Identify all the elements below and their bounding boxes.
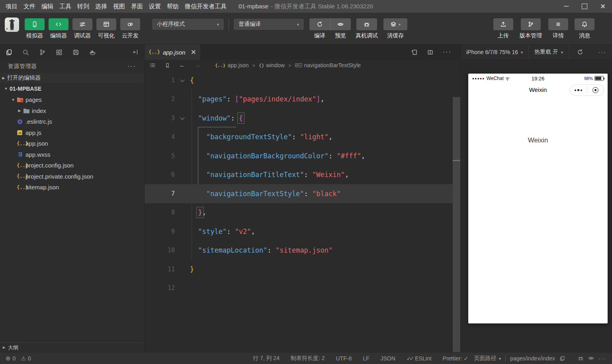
tree-item[interactable]: JSapp.js — [0, 127, 144, 138]
menu-item[interactable]: 工具 — [59, 3, 71, 10]
menu-item[interactable]: 转到 — [77, 3, 89, 10]
tree-item[interactable]: ▼pages — [0, 94, 144, 105]
tool-button-layout[interactable]: 可视化 — [96, 18, 116, 39]
project-root-item[interactable]: ▼ 01-MPBASE — [0, 83, 144, 94]
statusbar-item[interactable]: 制表符长度: 2 — [291, 355, 325, 362]
code-line[interactable]: 9 "style": "v2", — [145, 222, 460, 241]
warnings-icon[interactable]: ⚠ — [21, 355, 26, 362]
tree-item[interactable]: ▶index — [0, 105, 144, 117]
action-bell-button[interactable]: 消息 — [575, 18, 594, 39]
code-line[interactable]: 11} — [145, 260, 460, 279]
code-line[interactable]: 3 "window": { — [145, 109, 460, 128]
code-line[interactable]: 8 }, — [145, 203, 460, 222]
prettier-status[interactable]: Prettier: ✓ — [443, 355, 469, 362]
tool-button-sliders[interactable]: 调试器 — [72, 18, 92, 39]
menu-item[interactable]: 界面 — [131, 3, 143, 10]
statusbar-item[interactable]: UTF-8 — [336, 355, 352, 362]
fold-chevron-icon[interactable] — [175, 79, 190, 82]
menu-item[interactable]: 帮助 — [167, 3, 179, 10]
clear-cache-button[interactable]: ▾清缓存 — [383, 18, 407, 39]
capsule-menu[interactable] — [570, 84, 604, 96]
tool-button-code[interactable]: 编辑器 — [49, 18, 68, 39]
hot-reload-toggle[interactable]: 热重载 开 ▾ — [529, 49, 569, 56]
search-icon[interactable] — [22, 49, 29, 56]
extensions-icon[interactable] — [56, 49, 63, 56]
editor-scrollbar[interactable] — [453, 97, 460, 352]
tool-button-cloud[interactable]: 云开发 — [120, 18, 140, 39]
errors-icon[interactable]: ⊗ — [6, 355, 11, 362]
debug-icon[interactable] — [578, 355, 584, 361]
source-control-icon[interactable] — [39, 49, 46, 56]
minimize-button[interactable]: ─ — [557, 0, 575, 13]
capsule-more-icon[interactable] — [570, 89, 587, 91]
back-icon[interactable]: ← — [179, 62, 186, 69]
phone-screen[interactable]: ●●●●● WeChat 19:26 98% Weixin Weixin — [468, 74, 608, 323]
capsule-close-icon[interactable] — [587, 87, 604, 93]
code-line[interactable]: 7 "navigationBarTextStyle": "black" — [145, 184, 460, 203]
tree-item[interactable]: {..}app.json — [0, 138, 144, 149]
user-avatar[interactable] — [5, 18, 19, 32]
tree-item[interactable]: .eslintrc.js — [0, 116, 144, 127]
menu-item[interactable]: 项目 — [6, 3, 18, 10]
outline-list-icon[interactable] — [149, 62, 156, 68]
mode-select[interactable]: 小程序模式▾ — [152, 19, 224, 30]
code-line[interactable]: 4 "backgroundTextStyle": "light", — [145, 128, 460, 147]
more-actions-icon[interactable]: ··· — [127, 63, 136, 70]
action-upload-button[interactable]: 上传 — [493, 18, 513, 39]
code-editor[interactable]: 1{2 "pages": ["pages/index/index"],3 "wi… — [145, 71, 460, 352]
editor-more-actions-icon[interactable]: ··· — [443, 49, 452, 56]
statusbar-more-icon[interactable]: ··· — [598, 355, 606, 362]
device-debug-button[interactable]: 真机调试 — [356, 18, 378, 39]
page-path-select[interactable]: 页面路径 ▾ — [474, 355, 501, 362]
tree-item[interactable]: {..}project.config.json — [0, 160, 144, 171]
open-editors-section[interactable]: ▶ 打开的编辑器 — [0, 73, 144, 83]
split-editor-icon[interactable] — [427, 49, 433, 55]
close-tab-icon[interactable]: ✕ — [191, 48, 196, 56]
code-line[interactable]: 6 "navigationBarTitleText": "Weixin", — [145, 165, 460, 185]
tree-item[interactable]: {..}project.private.config.json — [0, 171, 144, 182]
tool-button-phone[interactable]: 模拟器 — [25, 18, 45, 39]
code-line[interactable]: 2 "pages": ["pages/index/index"], — [145, 90, 460, 109]
simulator-more-icon[interactable]: ··· — [593, 49, 612, 55]
code-line[interactable]: 1{ — [145, 71, 460, 90]
preview-button[interactable] — [330, 18, 351, 30]
device-select[interactable]: iPhone 6/7/8 75% 16 ▾ — [461, 49, 528, 55]
outline-section[interactable]: ▶ 大纲 — [0, 343, 144, 352]
code-line[interactable]: 10 "sitemapLocation": "sitemap.json" — [145, 241, 460, 260]
breadcrumb-item[interactable]: {}window — [259, 62, 285, 68]
action-menu-button[interactable]: 详情 — [548, 18, 568, 39]
statusbar-item[interactable]: LF — [363, 355, 369, 362]
menu-item[interactable]: 微信开发者工具 — [185, 3, 227, 10]
preview-icon[interactable] — [588, 355, 594, 361]
menu-item[interactable]: 选择 — [95, 3, 107, 10]
docker-icon[interactable] — [89, 49, 96, 56]
breadcrumb-item[interactable]: {..}app.json — [215, 62, 248, 68]
code-line[interactable]: 12 — [145, 279, 460, 298]
menu-item[interactable]: 视图 — [113, 3, 125, 10]
eslint-status[interactable]: ✓✓ESLint — [407, 355, 432, 362]
menu-item[interactable]: 文件 — [23, 3, 35, 10]
collapse-sidebar-icon[interactable] — [132, 49, 139, 55]
tree-item[interactable]: {..}sitemap.json — [0, 182, 144, 193]
action-branch-button[interactable]: 版本管理 — [520, 18, 542, 39]
files-icon[interactable] — [6, 49, 12, 56]
statusbar-item[interactable]: JSON — [381, 355, 395, 362]
tree-item[interactable]: app.wxss — [0, 149, 144, 160]
compile-button[interactable] — [309, 18, 330, 30]
copy-path-icon[interactable] — [559, 356, 565, 361]
bookmark-icon[interactable] — [164, 62, 170, 68]
tab-app-json[interactable]: {..} app.json ✕ — [145, 45, 200, 60]
code-line[interactable]: 5 "navigationBarBackgroundColor": "#fff"… — [145, 146, 460, 165]
menu-item[interactable]: 编辑 — [41, 3, 53, 10]
close-button[interactable]: ✕ — [594, 0, 612, 13]
forward-icon[interactable]: → — [194, 62, 201, 69]
breadcrumb-item[interactable]: abcnavigationBarTextStyle — [295, 62, 361, 68]
refresh-simulator-icon[interactable] — [571, 49, 589, 55]
compile-mode-select[interactable]: 普通编译▾ — [234, 19, 304, 30]
menu-item[interactable]: 设置 — [149, 3, 161, 10]
fold-chevron-icon[interactable] — [175, 117, 190, 120]
open-changes-icon[interactable] — [411, 49, 418, 55]
statusbar-item[interactable]: 行 7, 列 24 — [253, 355, 280, 362]
maximize-button[interactable] — [575, 0, 594, 13]
save-icon[interactable] — [72, 49, 79, 56]
